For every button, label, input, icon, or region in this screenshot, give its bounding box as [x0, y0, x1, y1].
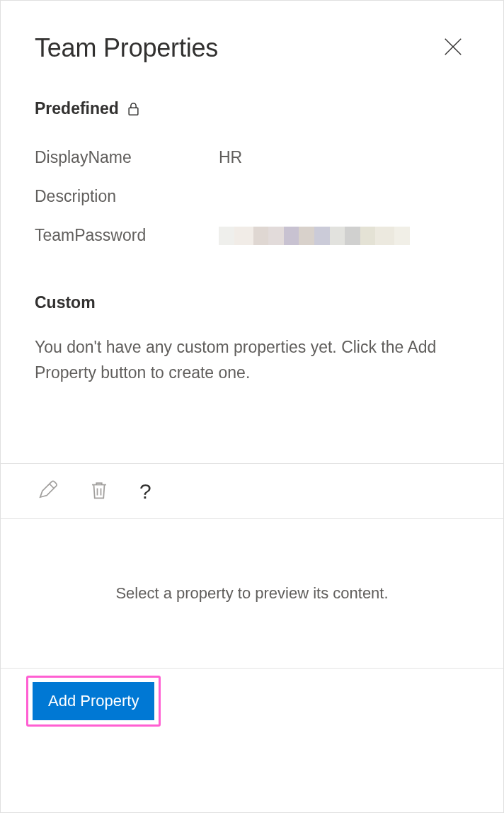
preview-placeholder: Select a property to preview its content… [1, 519, 503, 668]
edit-button[interactable] [35, 477, 62, 506]
property-row-displayname[interactable]: DisplayName HR [35, 138, 469, 177]
masked-value [219, 227, 410, 245]
close-icon [442, 36, 464, 59]
panel-footer: Add Property [1, 668, 503, 737]
custom-section-title: Custom [35, 293, 469, 312]
delete-button[interactable] [86, 477, 113, 506]
add-property-highlight: Add Property [26, 676, 161, 727]
trash-icon [88, 479, 110, 503]
property-value: HR [219, 148, 469, 167]
custom-empty-text: You don't have any custom properties yet… [35, 335, 469, 385]
property-label: TeamPassword [35, 226, 219, 245]
lock-icon [127, 102, 139, 116]
predefined-label: Predefined [35, 99, 119, 118]
predefined-section-title: Predefined [35, 99, 469, 118]
property-row-description[interactable]: Description [35, 177, 469, 216]
panel-header: Team Properties [1, 1, 503, 79]
svg-rect-2 [129, 108, 138, 115]
property-value-masked [219, 227, 469, 245]
property-label: Description [35, 187, 219, 206]
question-mark-icon: ? [139, 481, 151, 502]
custom-label: Custom [35, 293, 96, 312]
property-row-teampassword[interactable]: TeamPassword [35, 216, 469, 255]
pencil-icon [38, 479, 59, 503]
help-button[interactable]: ? [137, 478, 154, 505]
add-property-button[interactable]: Add Property [33, 682, 154, 720]
panel-title: Team Properties [35, 33, 218, 63]
property-label: DisplayName [35, 148, 219, 167]
close-button[interactable] [437, 30, 469, 65]
property-toolbar: ? [1, 464, 503, 518]
